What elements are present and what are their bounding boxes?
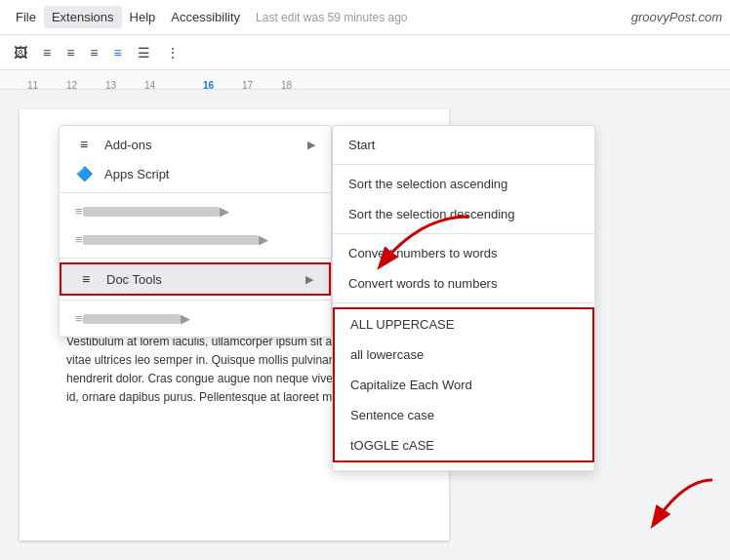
ruler-mark-16: 16 bbox=[203, 80, 214, 91]
submenu-convert-numbers[interactable]: Convert words to numbers bbox=[333, 268, 594, 299]
blurred-arrow-2: ▶ bbox=[259, 232, 268, 247]
ruler-mark-11: 11 bbox=[27, 80, 38, 91]
separator-3 bbox=[60, 300, 331, 300]
menu-apps-script[interactable]: 🔷 Apps Script bbox=[60, 159, 331, 188]
blurred-icon-2: ≡ bbox=[75, 232, 83, 247]
submenu-sep-1 bbox=[333, 164, 594, 165]
submenu-sort-desc[interactable]: Sort the selection descending bbox=[333, 199, 594, 229]
menu-file[interactable]: File bbox=[8, 6, 44, 28]
ruler-mark-12: 12 bbox=[66, 80, 77, 91]
case-capitalize[interactable]: Capitalize Each Word bbox=[335, 370, 592, 400]
menu-addons[interactable]: ≡ Add-ons ▶ bbox=[60, 130, 331, 159]
ruler-mark-13: 13 bbox=[105, 80, 116, 91]
ruler: 11 12 13 14 16 17 18 bbox=[0, 70, 730, 90]
toolbar-align-justify[interactable]: ≡ bbox=[108, 42, 128, 63]
apps-script-icon: 🔷 bbox=[75, 166, 93, 181]
extensions-menu: ≡ Add-ons ▶ 🔷 Apps Script ≡ ▶ ≡ ▶ ≡ Doc … bbox=[59, 125, 332, 338]
blurred-text-1 bbox=[83, 207, 220, 217]
case-sentence[interactable]: Sentence case bbox=[335, 400, 592, 430]
blurred-text-3 bbox=[83, 314, 181, 324]
separator-1 bbox=[60, 192, 331, 193]
blurred-icon-1: ≡ bbox=[75, 204, 83, 219]
doctools-submenu: Start Sort the selection ascending Sort … bbox=[332, 125, 595, 471]
blurred-item-3[interactable]: ≡ ▶ bbox=[60, 304, 331, 333]
doc-tools-label: Doc Tools bbox=[106, 272, 162, 287]
case-uppercase[interactable]: ALL UPPERCASE bbox=[335, 309, 592, 340]
submenu-sep-3 bbox=[333, 302, 594, 303]
ruler-mark-17: 17 bbox=[242, 80, 253, 91]
toolbar-align-left[interactable]: ≡ bbox=[37, 42, 57, 63]
blurred-arrow-1: ▶ bbox=[220, 204, 229, 219]
apps-script-label: Apps Script bbox=[104, 167, 169, 181]
content-area: porta non lectus. Maecenas a enim nec od… bbox=[0, 90, 730, 560]
blurred-icon-3: ≡ bbox=[75, 311, 83, 326]
blurred-item-1[interactable]: ≡ ▶ bbox=[60, 197, 331, 225]
toolbar-align-center[interactable]: ≡ bbox=[61, 42, 80, 63]
toolbar-align-right[interactable]: ≡ bbox=[84, 42, 103, 63]
menu-help[interactable]: Help bbox=[122, 6, 164, 28]
addons-icon: ≡ bbox=[75, 137, 93, 152]
toolbar-line-spacing[interactable]: ☰ bbox=[132, 42, 156, 63]
case-toggle[interactable]: tOGGLE cASE bbox=[335, 430, 592, 460]
submenu-sep-2 bbox=[333, 233, 594, 234]
case-lowercase[interactable]: all lowercase bbox=[335, 340, 592, 370]
ruler-mark-18: 18 bbox=[281, 80, 292, 91]
ruler-mark-14: 14 bbox=[144, 80, 155, 91]
last-edit-label: Last edit was 59 minutes ago bbox=[256, 11, 407, 24]
toolbar: 🖼 ≡ ≡ ≡ ≡ ☰ ⋮ bbox=[0, 35, 730, 70]
blurred-item-2[interactable]: ≡ ▶ bbox=[60, 225, 331, 254]
menu-extensions[interactable]: Extensions bbox=[44, 6, 122, 28]
submenu-convert-words[interactable]: Convert numbers to words bbox=[333, 238, 594, 268]
blurred-arrow-3: ▶ bbox=[181, 311, 190, 326]
submenu-start[interactable]: Start bbox=[333, 130, 594, 160]
doc-tools-icon: ≡ bbox=[77, 271, 95, 287]
case-section: ALL UPPERCASE all lowercase Capitalize E… bbox=[333, 307, 594, 462]
addons-label: Add-ons bbox=[104, 138, 151, 152]
toolbar-image-btn[interactable]: 🖼 bbox=[8, 42, 33, 63]
site-brand: groovyPost.com bbox=[631, 10, 722, 24]
submenu-sort-asc[interactable]: Sort the selection ascending bbox=[333, 169, 594, 199]
toolbar-more[interactable]: ⋮ bbox=[160, 42, 185, 63]
doc-tools-arrow: ▶ bbox=[305, 273, 313, 286]
menu-accessibility[interactable]: Accessibility bbox=[163, 6, 248, 28]
separator-2 bbox=[60, 258, 331, 259]
menubar: File Extensions Help Accessibility Last … bbox=[0, 0, 730, 35]
addons-arrow: ▶ bbox=[307, 139, 315, 151]
blurred-text-2 bbox=[83, 235, 259, 245]
menu-doc-tools[interactable]: ≡ Doc Tools ▶ bbox=[60, 262, 331, 296]
